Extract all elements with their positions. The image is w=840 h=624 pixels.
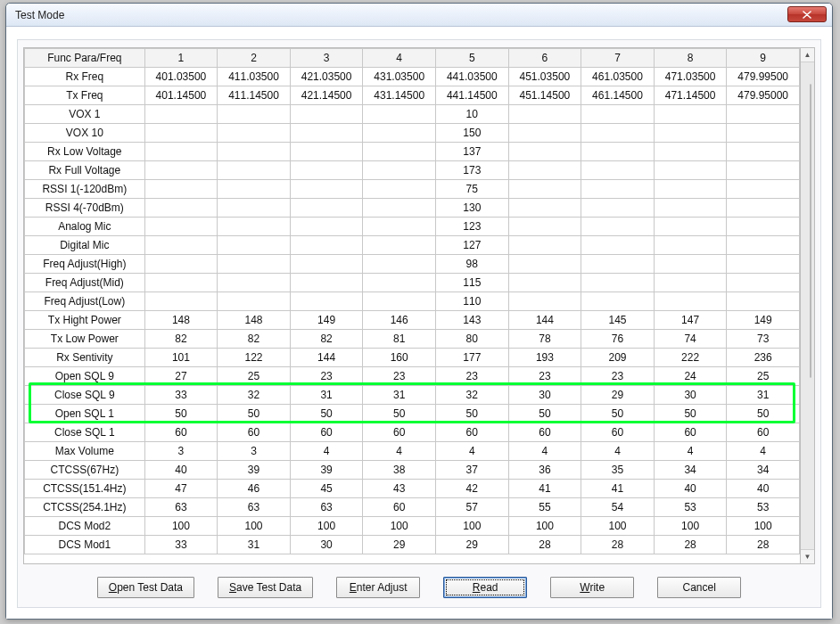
data-cell[interactable]: 421.14500 (290, 86, 363, 105)
data-cell[interactable]: 23 (290, 367, 363, 386)
cancel-button[interactable]: Cancel (657, 577, 741, 598)
data-table[interactable]: Func Para/Freq 123456789 Rx Freq401.0350… (24, 48, 800, 554)
table-row[interactable]: VOX 110 (25, 105, 800, 124)
data-cell[interactable] (363, 105, 436, 124)
data-cell[interactable] (363, 124, 436, 143)
data-cell[interactable] (581, 274, 655, 292)
data-cell[interactable]: 29 (363, 536, 436, 554)
data-cell[interactable]: 441.14500 (436, 86, 509, 105)
data-cell[interactable] (218, 274, 291, 292)
table-row[interactable]: Freq Adjust(Mid)115 (25, 274, 800, 292)
data-cell[interactable] (727, 199, 800, 218)
data-cell[interactable]: 63 (218, 498, 291, 517)
table-row[interactable]: Tx Low Power828282818078767473 (25, 330, 800, 349)
data-cell[interactable]: 37 (436, 461, 509, 480)
table-row[interactable]: Tx Freq401.14500411.14500421.14500431.14… (25, 86, 800, 105)
data-cell[interactable]: 40 (654, 480, 727, 498)
data-cell[interactable]: 46 (218, 480, 291, 498)
table-row[interactable]: Rx Freq401.03500411.03500421.03500431.03… (25, 68, 800, 86)
data-cell[interactable]: 222 (654, 349, 727, 367)
data-cell[interactable]: 149 (290, 311, 363, 330)
data-cell[interactable]: 50 (727, 405, 800, 423)
data-cell[interactable] (727, 292, 800, 311)
data-cell[interactable] (290, 292, 363, 311)
data-cell[interactable]: 144 (290, 349, 363, 367)
data-cell[interactable]: 29 (581, 386, 655, 405)
data-cell[interactable] (218, 236, 291, 255)
data-cell[interactable]: 36 (508, 461, 581, 480)
data-cell[interactable] (727, 218, 800, 236)
data-cell[interactable]: 33 (144, 386, 218, 405)
data-cell[interactable]: 45 (290, 480, 363, 498)
data-cell[interactable]: 100 (436, 517, 509, 536)
data-cell[interactable]: 60 (144, 423, 218, 442)
data-cell[interactable]: 53 (727, 498, 800, 517)
data-cell[interactable] (363, 274, 436, 292)
data-cell[interactable] (290, 143, 363, 161)
table-row[interactable]: Rx Full Voltage173 (25, 161, 800, 180)
data-cell[interactable]: 115 (436, 274, 509, 292)
data-cell[interactable]: 60 (508, 423, 581, 442)
data-cell[interactable]: 60 (290, 423, 363, 442)
data-cell[interactable] (508, 124, 581, 143)
data-cell[interactable]: 451.03500 (508, 68, 581, 86)
data-cell[interactable]: 25 (727, 367, 800, 386)
data-cell[interactable]: 123 (436, 218, 509, 236)
data-cell[interactable] (218, 292, 291, 311)
data-cell[interactable]: 98 (436, 255, 509, 274)
data-cell[interactable]: 60 (581, 423, 655, 442)
data-cell[interactable]: 55 (508, 498, 581, 517)
data-cell[interactable]: 461.03500 (581, 68, 655, 86)
table-row[interactable]: Digital Mic127 (25, 236, 800, 255)
data-cell[interactable]: 150 (436, 124, 509, 143)
table-row[interactable]: Close SQL 9333231313230293031 (25, 386, 800, 405)
table-row[interactable]: Freq Adjust(Low)110 (25, 292, 800, 311)
data-cell[interactable]: 479.95000 (727, 86, 800, 105)
data-cell[interactable]: 100 (581, 517, 655, 536)
data-cell[interactable]: 81 (363, 330, 436, 349)
data-cell[interactable]: 31 (363, 386, 436, 405)
data-cell[interactable]: 47 (144, 480, 218, 498)
data-cell[interactable]: 431.03500 (363, 68, 436, 86)
data-cell[interactable]: 57 (436, 498, 509, 517)
data-cell[interactable] (290, 124, 363, 143)
data-cell[interactable]: 50 (508, 405, 581, 423)
data-cell[interactable]: 209 (581, 349, 655, 367)
vertical-scrollbar[interactable]: ▲ ▼ (801, 47, 815, 564)
data-cell[interactable] (508, 180, 581, 199)
data-cell[interactable]: 82 (144, 330, 218, 349)
table-row[interactable]: Tx Hight Power14814814914614314414514714… (25, 311, 800, 330)
data-cell[interactable]: 411.14500 (218, 86, 291, 105)
data-cell[interactable] (290, 255, 363, 274)
table-row[interactable]: CTCSS(254.1Hz)636363605755545353 (25, 498, 800, 517)
data-cell[interactable]: 4 (290, 442, 363, 461)
close-button[interactable] (787, 6, 827, 22)
data-cell[interactable]: 53 (654, 498, 727, 517)
data-cell[interactable] (581, 292, 655, 311)
data-cell[interactable]: 4 (727, 442, 800, 461)
data-cell[interactable] (144, 199, 218, 218)
data-cell[interactable] (581, 236, 655, 255)
data-cell[interactable] (654, 236, 727, 255)
data-cell[interactable]: 441.03500 (436, 68, 509, 86)
data-cell[interactable]: 10 (436, 105, 509, 124)
data-cell[interactable]: 3 (218, 442, 291, 461)
data-cell[interactable] (581, 143, 655, 161)
data-cell[interactable] (218, 180, 291, 199)
data-cell[interactable]: 60 (654, 423, 727, 442)
data-cell[interactable]: 32 (436, 386, 509, 405)
data-cell[interactable]: 451.14500 (508, 86, 581, 105)
data-cell[interactable] (581, 218, 655, 236)
data-cell[interactable]: 24 (654, 367, 727, 386)
data-cell[interactable]: 4 (581, 442, 655, 461)
data-cell[interactable] (363, 292, 436, 311)
data-cell[interactable] (727, 255, 800, 274)
data-cell[interactable] (144, 143, 218, 161)
data-cell[interactable]: 50 (290, 405, 363, 423)
data-cell[interactable] (290, 236, 363, 255)
data-cell[interactable]: 100 (508, 517, 581, 536)
data-cell[interactable]: 479.99500 (727, 68, 800, 86)
data-cell[interactable] (363, 180, 436, 199)
data-cell[interactable] (218, 143, 291, 161)
data-cell[interactable] (144, 292, 218, 311)
